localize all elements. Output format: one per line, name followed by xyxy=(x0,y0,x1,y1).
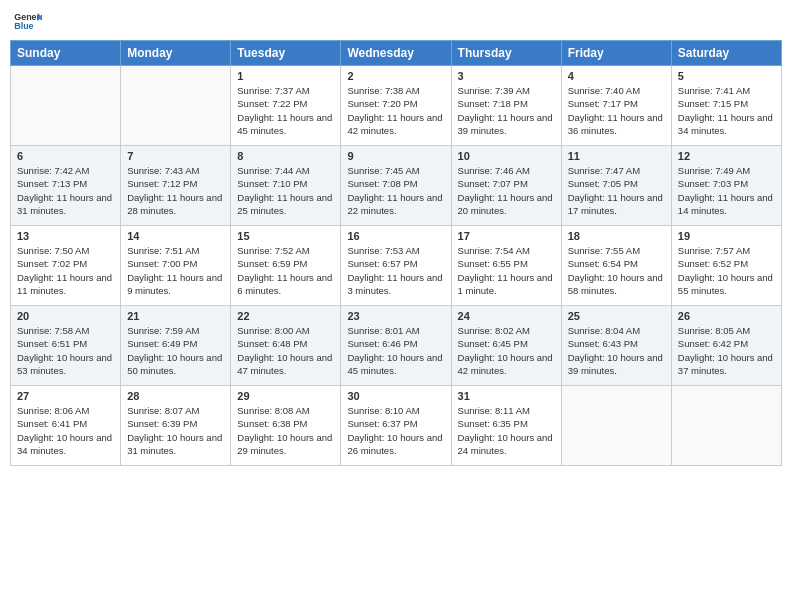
day-number: 27 xyxy=(17,390,114,402)
day-detail: Sunrise: 7:54 AMSunset: 6:55 PMDaylight:… xyxy=(458,244,555,297)
day-number: 7 xyxy=(127,150,224,162)
calendar-cell xyxy=(561,386,671,466)
day-detail: Sunrise: 8:01 AMSunset: 6:46 PMDaylight:… xyxy=(347,324,444,377)
calendar-cell: 15Sunrise: 7:52 AMSunset: 6:59 PMDayligh… xyxy=(231,226,341,306)
day-detail: Sunrise: 8:04 AMSunset: 6:43 PMDaylight:… xyxy=(568,324,665,377)
day-detail: Sunrise: 7:52 AMSunset: 6:59 PMDaylight:… xyxy=(237,244,334,297)
day-number: 30 xyxy=(347,390,444,402)
day-number: 5 xyxy=(678,70,775,82)
day-detail: Sunrise: 8:08 AMSunset: 6:38 PMDaylight:… xyxy=(237,404,334,457)
week-row-2: 6Sunrise: 7:42 AMSunset: 7:13 PMDaylight… xyxy=(11,146,782,226)
calendar-cell: 2Sunrise: 7:38 AMSunset: 7:20 PMDaylight… xyxy=(341,66,451,146)
calendar-cell: 8Sunrise: 7:44 AMSunset: 7:10 PMDaylight… xyxy=(231,146,341,226)
weekday-header-saturday: Saturday xyxy=(671,41,781,66)
day-detail: Sunrise: 7:59 AMSunset: 6:49 PMDaylight:… xyxy=(127,324,224,377)
calendar-cell: 12Sunrise: 7:49 AMSunset: 7:03 PMDayligh… xyxy=(671,146,781,226)
day-detail: Sunrise: 8:02 AMSunset: 6:45 PMDaylight:… xyxy=(458,324,555,377)
calendar-cell: 10Sunrise: 7:46 AMSunset: 7:07 PMDayligh… xyxy=(451,146,561,226)
calendar-cell: 16Sunrise: 7:53 AMSunset: 6:57 PMDayligh… xyxy=(341,226,451,306)
logo: General Blue xyxy=(14,10,42,32)
week-row-5: 27Sunrise: 8:06 AMSunset: 6:41 PMDayligh… xyxy=(11,386,782,466)
calendar-cell xyxy=(11,66,121,146)
day-detail: Sunrise: 7:45 AMSunset: 7:08 PMDaylight:… xyxy=(347,164,444,217)
day-detail: Sunrise: 7:42 AMSunset: 7:13 PMDaylight:… xyxy=(17,164,114,217)
day-detail: Sunrise: 8:10 AMSunset: 6:37 PMDaylight:… xyxy=(347,404,444,457)
calendar-cell: 21Sunrise: 7:59 AMSunset: 6:49 PMDayligh… xyxy=(121,306,231,386)
calendar-cell: 11Sunrise: 7:47 AMSunset: 7:05 PMDayligh… xyxy=(561,146,671,226)
calendar-cell: 18Sunrise: 7:55 AMSunset: 6:54 PMDayligh… xyxy=(561,226,671,306)
calendar-cell: 1Sunrise: 7:37 AMSunset: 7:22 PMDaylight… xyxy=(231,66,341,146)
day-detail: Sunrise: 7:57 AMSunset: 6:52 PMDaylight:… xyxy=(678,244,775,297)
day-detail: Sunrise: 8:06 AMSunset: 6:41 PMDaylight:… xyxy=(17,404,114,457)
calendar-cell: 31Sunrise: 8:11 AMSunset: 6:35 PMDayligh… xyxy=(451,386,561,466)
day-detail: Sunrise: 7:39 AMSunset: 7:18 PMDaylight:… xyxy=(458,84,555,137)
day-number: 9 xyxy=(347,150,444,162)
calendar-cell: 17Sunrise: 7:54 AMSunset: 6:55 PMDayligh… xyxy=(451,226,561,306)
day-number: 12 xyxy=(678,150,775,162)
day-detail: Sunrise: 7:41 AMSunset: 7:15 PMDaylight:… xyxy=(678,84,775,137)
calendar-table: SundayMondayTuesdayWednesdayThursdayFrid… xyxy=(10,40,782,466)
day-number: 14 xyxy=(127,230,224,242)
calendar-cell: 29Sunrise: 8:08 AMSunset: 6:38 PMDayligh… xyxy=(231,386,341,466)
day-detail: Sunrise: 7:37 AMSunset: 7:22 PMDaylight:… xyxy=(237,84,334,137)
day-detail: Sunrise: 7:47 AMSunset: 7:05 PMDaylight:… xyxy=(568,164,665,217)
calendar-cell: 5Sunrise: 7:41 AMSunset: 7:15 PMDaylight… xyxy=(671,66,781,146)
logo-icon: General Blue xyxy=(14,10,42,32)
day-number: 23 xyxy=(347,310,444,322)
day-number: 31 xyxy=(458,390,555,402)
day-number: 6 xyxy=(17,150,114,162)
calendar-cell: 14Sunrise: 7:51 AMSunset: 7:00 PMDayligh… xyxy=(121,226,231,306)
calendar-cell: 6Sunrise: 7:42 AMSunset: 7:13 PMDaylight… xyxy=(11,146,121,226)
day-number: 22 xyxy=(237,310,334,322)
calendar-cell: 28Sunrise: 8:07 AMSunset: 6:39 PMDayligh… xyxy=(121,386,231,466)
day-number: 25 xyxy=(568,310,665,322)
day-number: 3 xyxy=(458,70,555,82)
day-detail: Sunrise: 7:55 AMSunset: 6:54 PMDaylight:… xyxy=(568,244,665,297)
page-header: General Blue xyxy=(10,10,782,32)
calendar-cell: 22Sunrise: 8:00 AMSunset: 6:48 PMDayligh… xyxy=(231,306,341,386)
calendar-cell: 25Sunrise: 8:04 AMSunset: 6:43 PMDayligh… xyxy=(561,306,671,386)
weekday-header-sunday: Sunday xyxy=(11,41,121,66)
calendar-cell: 20Sunrise: 7:58 AMSunset: 6:51 PMDayligh… xyxy=(11,306,121,386)
day-detail: Sunrise: 7:43 AMSunset: 7:12 PMDaylight:… xyxy=(127,164,224,217)
day-number: 11 xyxy=(568,150,665,162)
day-detail: Sunrise: 8:11 AMSunset: 6:35 PMDaylight:… xyxy=(458,404,555,457)
day-number: 29 xyxy=(237,390,334,402)
calendar-cell: 23Sunrise: 8:01 AMSunset: 6:46 PMDayligh… xyxy=(341,306,451,386)
day-number: 16 xyxy=(347,230,444,242)
day-detail: Sunrise: 7:46 AMSunset: 7:07 PMDaylight:… xyxy=(458,164,555,217)
calendar-cell: 9Sunrise: 7:45 AMSunset: 7:08 PMDaylight… xyxy=(341,146,451,226)
calendar-cell: 3Sunrise: 7:39 AMSunset: 7:18 PMDaylight… xyxy=(451,66,561,146)
svg-text:Blue: Blue xyxy=(14,21,33,31)
day-number: 24 xyxy=(458,310,555,322)
calendar-cell xyxy=(671,386,781,466)
day-detail: Sunrise: 7:51 AMSunset: 7:00 PMDaylight:… xyxy=(127,244,224,297)
day-detail: Sunrise: 8:00 AMSunset: 6:48 PMDaylight:… xyxy=(237,324,334,377)
calendar-cell: 19Sunrise: 7:57 AMSunset: 6:52 PMDayligh… xyxy=(671,226,781,306)
day-number: 20 xyxy=(17,310,114,322)
day-detail: Sunrise: 8:07 AMSunset: 6:39 PMDaylight:… xyxy=(127,404,224,457)
week-row-4: 20Sunrise: 7:58 AMSunset: 6:51 PMDayligh… xyxy=(11,306,782,386)
day-number: 10 xyxy=(458,150,555,162)
day-number: 19 xyxy=(678,230,775,242)
day-detail: Sunrise: 7:49 AMSunset: 7:03 PMDaylight:… xyxy=(678,164,775,217)
day-number: 2 xyxy=(347,70,444,82)
day-number: 13 xyxy=(17,230,114,242)
day-number: 21 xyxy=(127,310,224,322)
day-number: 28 xyxy=(127,390,224,402)
weekday-header-wednesday: Wednesday xyxy=(341,41,451,66)
weekday-header-row: SundayMondayTuesdayWednesdayThursdayFrid… xyxy=(11,41,782,66)
day-number: 15 xyxy=(237,230,334,242)
calendar-cell: 4Sunrise: 7:40 AMSunset: 7:17 PMDaylight… xyxy=(561,66,671,146)
day-detail: Sunrise: 8:05 AMSunset: 6:42 PMDaylight:… xyxy=(678,324,775,377)
day-detail: Sunrise: 7:53 AMSunset: 6:57 PMDaylight:… xyxy=(347,244,444,297)
day-detail: Sunrise: 7:38 AMSunset: 7:20 PMDaylight:… xyxy=(347,84,444,137)
day-number: 26 xyxy=(678,310,775,322)
day-detail: Sunrise: 7:58 AMSunset: 6:51 PMDaylight:… xyxy=(17,324,114,377)
calendar-cell: 30Sunrise: 8:10 AMSunset: 6:37 PMDayligh… xyxy=(341,386,451,466)
weekday-header-tuesday: Tuesday xyxy=(231,41,341,66)
day-number: 17 xyxy=(458,230,555,242)
calendar-cell: 27Sunrise: 8:06 AMSunset: 6:41 PMDayligh… xyxy=(11,386,121,466)
calendar-cell: 26Sunrise: 8:05 AMSunset: 6:42 PMDayligh… xyxy=(671,306,781,386)
weekday-header-monday: Monday xyxy=(121,41,231,66)
